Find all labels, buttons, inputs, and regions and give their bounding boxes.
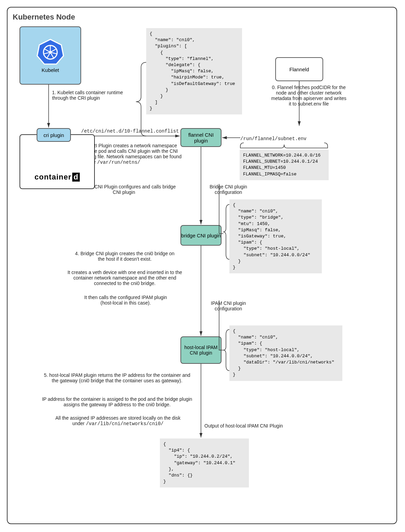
flannel-conf-code: { "name": "cni0", "plugins": [ { "type":… [146,28,242,114]
ipam-cni-label: host-local IPAM CNI plugin [181,345,221,356]
cri-plugin-box: cri plugin [37,128,71,142]
step-5c-text: All the assigned IP addresses are stored… [50,415,186,426]
subnet-path: /run/flannel/subnet.env [240,136,306,141]
cri-plugin-label: cri plugin [43,132,64,138]
ipam-conf-code: { "name": "cni0", "ipam": { "type": "hos… [229,325,342,381]
conflist-path: /etc/cni/net.d/10-flannel.conflist [81,128,179,134]
kubelet-box: Kubelet [20,26,81,85]
bridge-conf-code: { "name": "cni0", "type": "bridge", "mtu… [229,199,322,273]
bridge-cni-label: bridge CNI plugin [181,233,221,238]
flannel-cni-label: flannel CNI plugin [181,132,221,144]
flannel-cni-box: flannel CNI plugin [180,128,222,147]
containerd-box: containerd [20,134,95,189]
output-code: { "ip4": { "ip": "10.244.0.2/24", "gatew… [160,438,249,487]
bridge-cni-box: bridge CNI plugin [180,225,222,246]
ipam-cni-box: host-local IPAM CNI plugin [180,336,222,364]
step-2-text: 2. CRI Plugin creates a network namespac… [84,143,183,165]
step-5b-text: IP address for the container is assiged … [40,396,194,407]
step-5a-text: 5. host-local IPAM plugin returns the IP… [43,372,191,383]
kubelet-label: Kubelet [42,67,59,73]
step-1-text: 1. Kubelet calls container runtime throu… [52,90,131,101]
step-4b-text: It creates a veth device with one end in… [66,270,184,286]
step-4a-text: 4. Bridge CNI plugin creates the cni0 br… [73,251,177,262]
bridge-cfg-label: Bridge CNI plugin configuration [203,184,254,195]
subnet-env-code: FLANNEL_NETWORK=10.244.0.0/16 FLANNEL_SU… [240,150,329,180]
kubernetes-node-diagram: Kubernetes Node Kubelet containerd cri p… [7,7,397,524]
flanneld-box: Flanneld [275,57,323,81]
kubernetes-logo-icon [37,38,64,65]
containerd-label: containerd [35,173,80,182]
diagram-title: Kubernetes Node [13,13,391,22]
step-4c-text: It then calls the configured IPAM plugin… [78,295,174,306]
step-0-text: 0. Flannel fetches podCIDR for the node … [271,85,346,107]
output-label: Output of host-local IPAM CNI Plugin [204,423,283,429]
ipam-cfg-label: IPAM CNI plugin configuration [203,300,254,311]
flanneld-label: Flanneld [289,66,309,72]
